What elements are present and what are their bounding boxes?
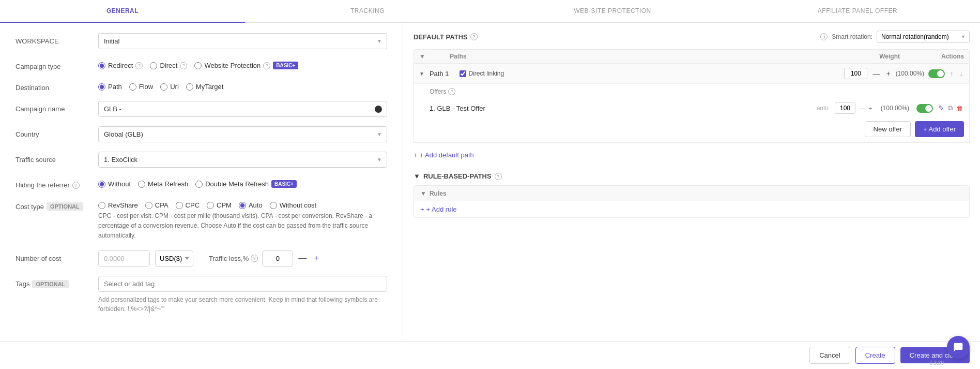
tags-control: Add personalized tags to make your searc…	[98, 276, 387, 314]
traffic-loss-label: Traffic loss,% ?	[209, 255, 258, 262]
website-protection-info-icon[interactable]: ?	[263, 62, 270, 69]
default-paths-section-header: DEFAULT PATHS ? ℹ Smart rotation: Normal…	[414, 31, 970, 43]
add-default-path-plus-icon: +	[414, 151, 418, 159]
paths-weight-col-header: Weight	[879, 53, 900, 60]
cost-type-without-cost[interactable]: Without cost	[270, 201, 317, 209]
traffic-loss-stepper: — +	[262, 250, 320, 267]
paths-table: ▼ Weight Paths Weight Actions ▼ Path 1	[414, 49, 970, 143]
offer-1-edit-button[interactable]: ✎	[937, 103, 945, 113]
add-default-path-button[interactable]: + + Add default path	[414, 148, 474, 162]
default-paths-info-icon[interactable]: ?	[470, 33, 478, 40]
cost-type-cpc[interactable]: CPC	[176, 201, 200, 209]
hiding-referrer-double-meta-refresh[interactable]: Double Meta Refresh BASIC+	[195, 180, 297, 188]
destination-url[interactable]: Url	[160, 83, 179, 91]
path-1-move-up-icon[interactable]: ↑	[949, 69, 955, 79]
number-of-cost-label: Number of cost	[16, 250, 98, 262]
campaign-type-redirect[interactable]: Redirect ?	[98, 62, 143, 69]
direct-info-icon[interactable]: ?	[180, 62, 187, 69]
smart-rotation-label: Smart rotation:	[832, 33, 872, 40]
path-1-chevron-icon[interactable]: ▼	[419, 71, 424, 77]
cost-type-cpm[interactable]: CPM	[207, 201, 232, 209]
smart-rotation-info-icon[interactable]: ℹ	[820, 33, 828, 40]
paths-header-paths-label: ▼ Weight	[419, 53, 448, 60]
offer-1-row: 1. GLB - Test Offer auto — + (100.00%)	[430, 99, 964, 117]
cost-type-revshare[interactable]: RevShare	[98, 201, 138, 209]
offer-1-delete-button[interactable]: 🗑	[955, 104, 964, 113]
tab-general[interactable]: GENERAL	[0, 0, 245, 23]
path-1-weight-input[interactable]	[844, 68, 867, 79]
tags-input[interactable]	[98, 276, 387, 292]
path-1-direct-linking[interactable]: Direct linking	[460, 70, 504, 77]
path-1-weight-increment-button[interactable]: +	[885, 69, 891, 78]
campaign-name-dot-icon	[375, 106, 382, 113]
offers-info-icon[interactable]: ?	[448, 88, 455, 95]
cost-input[interactable]	[98, 250, 150, 267]
add-offer-button[interactable]: + Add offer	[915, 121, 964, 137]
offer-1-toggle[interactable]	[916, 104, 933, 113]
new-offer-button[interactable]: New offer	[865, 121, 911, 137]
tab-affiliate-panel[interactable]: AFFILIATE PANEL OFFER	[735, 0, 980, 23]
rule-based-paths-section: ▼ RULE-BASED-PATHS ? ▼ Rules + + Add rul…	[414, 172, 970, 218]
hiding-referrer-label: Hiding the referrer ?	[16, 177, 98, 189]
tags-row: Tags OPTIONAL Add personalized tags to m…	[16, 276, 387, 314]
rule-based-info-icon[interactable]: ?	[495, 173, 502, 180]
campaign-type-radio-group: Redirect ? Direct ? Website Protection ?	[98, 58, 387, 69]
offer-1-copy-button[interactable]: ⧉	[947, 103, 954, 113]
hiding-referrer-info-icon[interactable]: ?	[72, 182, 80, 189]
offer-1-name: 1. GLB - Test Offer	[430, 105, 813, 112]
path-1-move-down-icon[interactable]: ↓	[959, 69, 964, 79]
workspace-row: WORKSPACE Initial ▼	[16, 33, 387, 49]
version-badge: 0.3.39	[929, 360, 944, 366]
destination-path[interactable]: Path	[98, 83, 122, 91]
country-select[interactable]: Global (GLB)	[98, 126, 387, 142]
offer-1-weight-increment-button[interactable]: +	[867, 104, 874, 113]
cancel-button[interactable]: Cancel	[809, 347, 850, 364]
smart-rotation-group: ℹ Smart rotation: Normal rotation(random…	[820, 31, 970, 43]
add-rule-button[interactable]: + + Add rule	[414, 201, 463, 217]
tab-tracking[interactable]: TRACKING	[245, 0, 490, 23]
traffic-loss-decrement-button[interactable]: —	[296, 253, 309, 264]
campaign-type-website-protection[interactable]: Website Protection ? BASIC+	[194, 62, 298, 69]
campaign-name-row: Campaign name	[16, 101, 387, 117]
campaign-name-control	[98, 101, 387, 117]
path-1-weight-pct: (100.00%)	[896, 70, 924, 77]
traffic-loss-increment-button[interactable]: +	[312, 253, 320, 264]
currency-select[interactable]: USD($)	[155, 250, 193, 267]
traffic-source-select-wrapper: 1. ExoClick ▼	[98, 152, 387, 168]
chat-bubble-button[interactable]	[947, 336, 970, 359]
path-1-name: Path 1	[430, 70, 449, 78]
default-paths-title: DEFAULT PATHS ?	[414, 33, 478, 41]
hiding-referrer-without[interactable]: Without	[98, 180, 131, 188]
workspace-select[interactable]: Initial	[98, 33, 387, 49]
chat-icon	[953, 342, 963, 352]
traffic-source-control: 1. ExoClick ▼	[98, 152, 387, 168]
rules-chevron-icon: ▼	[420, 190, 426, 197]
traffic-loss-input[interactable]	[262, 250, 293, 267]
cost-type-auto[interactable]: Auto	[239, 201, 263, 209]
path-1-toggle-slider	[928, 69, 945, 78]
path-1-toggle[interactable]	[928, 69, 945, 78]
rule-based-paths-header: ▼ RULE-BASED-PATHS ?	[414, 172, 970, 180]
path-1-weight-decrement-button[interactable]: —	[871, 69, 881, 78]
destination-flow[interactable]: Flow	[129, 83, 153, 91]
path-1-direct-linking-checkbox[interactable]	[460, 70, 466, 77]
smart-rotation-select[interactable]: Normal rotation(random) Smart rotation S…	[877, 31, 970, 43]
page-wrapper: GENERAL TRACKING WEB-SITE PROTECTION AFF…	[0, 0, 980, 369]
redirect-info-icon[interactable]: ?	[135, 62, 143, 69]
cost-type-control: RevShare CPA CPC CPM	[98, 198, 387, 241]
offer-1-weight-decrement-button[interactable]: —	[857, 104, 866, 113]
tab-web-site-protection[interactable]: WEB-SITE PROTECTION	[490, 0, 735, 23]
hiding-referrer-row: Hiding the referrer ? Without Meta Refre…	[16, 177, 387, 189]
hiding-referrer-meta-refresh[interactable]: Meta Refresh	[138, 180, 188, 188]
create-button[interactable]: Create	[855, 347, 895, 364]
destination-mytarget[interactable]: MyTarget	[186, 83, 223, 91]
campaign-name-input[interactable]	[98, 101, 387, 117]
campaign-type-direct[interactable]: Direct ?	[150, 62, 187, 69]
traffic-loss-info-icon[interactable]: ?	[251, 255, 258, 262]
path-1-header: ▼ Path 1 Direct linking — + (100.00%)	[414, 64, 969, 83]
offer-1-weight-input[interactable]	[835, 102, 855, 114]
cost-type-cpa[interactable]: CPA	[145, 201, 169, 209]
traffic-source-label: Traffic source	[16, 152, 98, 164]
offers-header: Offers ?	[430, 88, 964, 95]
traffic-source-select[interactable]: 1. ExoClick	[98, 152, 387, 168]
